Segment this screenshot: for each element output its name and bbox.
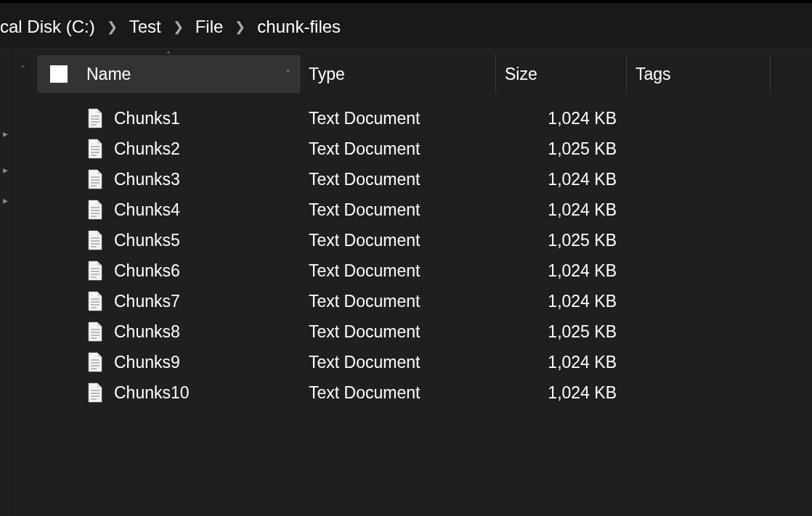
file-row[interactable]: Chunks7Text Document1,024 KB (37, 286, 812, 316)
file-name: Chunks4 (114, 200, 180, 220)
file-name: Chunks2 (114, 139, 180, 159)
file-name: Chunks9 (114, 353, 180, 372)
file-row[interactable]: Chunks4Text Document1,024 KB (37, 194, 812, 225)
chevron-down-icon[interactable]: ˅ (285, 68, 291, 80)
chevron-right-icon: ❯ (226, 19, 254, 35)
chevron-right-icon: ❯ (164, 19, 192, 35)
file-row[interactable]: Chunks2Text Document1,025 KB (37, 134, 812, 164)
column-label-size: Size (505, 65, 537, 84)
tree-gutter: ˄ (13, 49, 37, 516)
file-name-cell: Chunks9 (37, 352, 300, 372)
column-header-type[interactable]: Type (300, 55, 496, 93)
file-row[interactable]: Chunks3Text Document1,024 KB (37, 164, 812, 194)
file-name: Chunks7 (114, 292, 180, 311)
file-row[interactable]: Chunks8Text Document1,025 KB (37, 316, 812, 347)
file-size: 1,025 KB (496, 231, 627, 250)
file-type: Text Document (300, 109, 496, 128)
text-document-icon (86, 230, 104, 250)
column-header-size[interactable]: Size (496, 55, 627, 93)
text-document-icon (86, 108, 104, 128)
file-name: Chunks3 (114, 170, 180, 189)
file-name: Chunks10 (114, 383, 190, 403)
file-row[interactable]: Chunks9Text Document1,024 KB (37, 347, 812, 377)
file-row[interactable]: Chunks5Text Document1,025 KB (37, 225, 812, 255)
file-type: Text Document (300, 231, 496, 250)
file-size: 1,024 KB (496, 353, 627, 372)
file-type: Text Document (300, 261, 496, 281)
text-document-icon (86, 139, 104, 159)
file-name-cell: Chunks10 (37, 382, 300, 403)
file-size: 1,024 KB (496, 109, 627, 128)
breadcrumb-item-disk[interactable]: cal Disk (C:) (0, 17, 98, 37)
file-type: Text Document (300, 322, 496, 342)
file-size: 1,024 KB (496, 261, 627, 281)
tree-expand-icon[interactable]: ▸ (3, 194, 8, 206)
file-name: Chunks5 (114, 231, 180, 250)
file-name-cell: Chunks5 (37, 230, 300, 250)
file-name: Chunks6 (114, 261, 180, 281)
file-size: 1,024 KB (496, 292, 627, 311)
breadcrumb-item-test[interactable]: Test (126, 17, 164, 37)
tree-expand-icon[interactable]: ▸ (3, 128, 8, 139)
file-size: 1,025 KB (496, 139, 627, 159)
file-type: Text Document (300, 170, 496, 189)
file-size: 1,024 KB (496, 200, 627, 220)
column-label-name: Name (86, 65, 131, 84)
file-list: Chunks1Text Document1,024 KB Chunks2Text… (37, 93, 812, 516)
text-document-icon (86, 352, 104, 372)
chevron-right-icon: ❯ (98, 19, 126, 35)
file-size: 1,025 KB (496, 322, 627, 342)
file-name-cell: Chunks1 (37, 108, 300, 128)
file-name-cell: Chunks3 (37, 169, 300, 189)
file-row[interactable]: Chunks10Text Document1,024 KB (37, 377, 812, 408)
sort-ascending-icon: ˄ (166, 51, 171, 61)
file-size: 1,024 KB (496, 383, 627, 403)
file-type: Text Document (300, 292, 496, 311)
column-label-tags: Tags (636, 65, 671, 84)
text-document-icon (86, 291, 104, 311)
file-name-cell: Chunks4 (37, 200, 300, 220)
file-name-cell: Chunks8 (37, 322, 300, 342)
file-type: Text Document (300, 200, 496, 220)
content-pane: ˄ Name ˅ Type Size Tags Chunks1Text Docu… (37, 49, 812, 516)
text-document-icon (86, 169, 104, 189)
file-name: Chunks1 (114, 109, 180, 128)
main-area: ▸ ▸ ▸ ˄ ˄ Name ˅ Type Size Tags (0, 49, 812, 516)
file-name-cell: Chunks2 (37, 139, 300, 159)
breadcrumb: cal Disk (C:) ❯ Test ❯ File ❯ chunk-file… (0, 4, 812, 49)
file-name-cell: Chunks6 (37, 261, 300, 281)
file-type: Text Document (300, 353, 496, 372)
column-header-tags[interactable]: Tags (627, 55, 771, 93)
text-document-icon (86, 322, 104, 342)
text-document-icon (86, 261, 104, 281)
file-name-cell: Chunks7 (37, 291, 300, 311)
tree-expand-icon[interactable]: ▸ (3, 164, 8, 176)
file-type: Text Document (300, 383, 496, 403)
scroll-up-icon[interactable]: ˄ (20, 64, 25, 75)
file-row[interactable]: Chunks6Text Document1,024 KB (37, 255, 812, 286)
left-rail: ▸ ▸ ▸ (0, 49, 13, 516)
select-all-checkbox[interactable] (50, 65, 68, 83)
file-size: 1,024 KB (496, 170, 627, 189)
file-type: Text Document (300, 139, 496, 159)
breadcrumb-item-file[interactable]: File (192, 17, 227, 37)
text-document-icon (86, 382, 104, 403)
file-name: Chunks8 (114, 322, 180, 342)
breadcrumb-item-chunk-files[interactable]: chunk-files (254, 17, 344, 37)
column-header-name[interactable]: ˄ Name ˅ (37, 55, 300, 93)
text-document-icon (86, 200, 104, 220)
file-row[interactable]: Chunks1Text Document1,024 KB (37, 103, 812, 134)
column-headers: ˄ Name ˅ Type Size Tags (37, 55, 812, 93)
column-label-type: Type (309, 65, 345, 84)
